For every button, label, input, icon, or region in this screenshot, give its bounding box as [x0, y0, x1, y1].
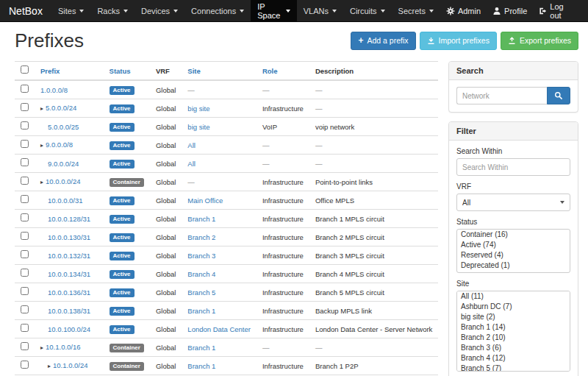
prefix-link[interactable]: 9.0.0.0/24: [48, 160, 79, 168]
site-link[interactable]: London Data Center: [187, 325, 251, 333]
row-checkbox[interactable]: [21, 140, 29, 148]
search-within-input[interactable]: [456, 158, 570, 176]
site-link[interactable]: Branch 1: [187, 307, 215, 315]
nav-item-racks[interactable]: Racks: [90, 0, 135, 21]
listbox-option[interactable]: Branch 2 (10): [457, 333, 570, 343]
listbox-option[interactable]: All (11): [457, 291, 570, 302]
export-prefixes-button[interactable]: Export prefixes: [501, 32, 578, 50]
listbox-option[interactable]: Ashburn DC (7): [457, 302, 570, 312]
status-cell: Active: [104, 246, 150, 265]
row-checkbox[interactable]: [21, 361, 29, 369]
site-link[interactable]: big site: [187, 104, 209, 113]
row-checkbox[interactable]: [21, 85, 29, 93]
site-link[interactable]: Branch 4: [187, 270, 215, 278]
row-checkbox[interactable]: [21, 232, 29, 240]
row-checkbox[interactable]: [21, 269, 29, 277]
status-cell: Active: [104, 118, 150, 136]
row-checkbox[interactable]: [21, 103, 29, 111]
listbox-option[interactable]: Branch 3 (6): [457, 343, 570, 353]
status-badge: Active: [110, 196, 135, 205]
prefix-link[interactable]: 5.0.0.0/25: [48, 123, 79, 131]
site-link[interactable]: All: [187, 160, 196, 168]
row-checkbox[interactable]: [21, 177, 29, 185]
row-checkbox[interactable]: [21, 121, 29, 130]
site-link[interactable]: All: [187, 141, 196, 149]
prefix-link[interactable]: 10.0.0.0/24: [46, 177, 81, 185]
row-checkbox[interactable]: [21, 342, 29, 350]
site-link[interactable]: Branch 1: [187, 362, 215, 370]
caret-down-icon: [429, 10, 434, 13]
status-cell: Active: [104, 210, 150, 228]
nav-item-ip-space[interactable]: IP Space: [251, 0, 296, 21]
site-link[interactable]: Branch 1: [187, 344, 215, 352]
site-filter-label: Site: [456, 280, 570, 288]
row-checkbox[interactable]: [21, 287, 29, 295]
prefix-link[interactable]: 9.0.0.0/8: [46, 141, 73, 149]
listbox-option[interactable]: Branch 4 (12): [457, 353, 570, 363]
listbox-option[interactable]: Branch 1 (14): [457, 322, 570, 333]
status-badge: Active: [110, 215, 135, 224]
vrf-cell: Global: [150, 228, 182, 246]
table-row: 10.0.0.130/31ActiveGlobalBranch 2Infrast…: [15, 228, 438, 246]
site-link[interactable]: big site: [187, 123, 209, 131]
column-header-status[interactable]: Status: [104, 62, 150, 81]
nav-item-vlans[interactable]: VLANs: [297, 0, 343, 21]
site-cell: Branch 2: [182, 228, 257, 246]
prefix-link[interactable]: 10.0.0.136/31: [48, 288, 90, 297]
nav-item-secrets[interactable]: Secrets: [392, 0, 440, 21]
site-link[interactable]: Branch 3: [187, 252, 215, 260]
prefix-link[interactable]: 10.0.0.0/31: [48, 196, 83, 205]
status-filter-listbox[interactable]: Container (16)Active (74)Reserved (4)Dep…: [456, 229, 570, 273]
search-input[interactable]: [456, 87, 547, 104]
navbar-brand[interactable]: NetBox: [7, 0, 51, 21]
prefix-link[interactable]: 10.0.0.128/31: [48, 215, 90, 223]
row-checkbox[interactable]: [21, 213, 29, 221]
prefix-link[interactable]: 1.0.0.0/8: [40, 86, 68, 94]
listbox-option[interactable]: big site (2): [457, 312, 570, 322]
table-row: 10.0.100.0/24ActiveGlobalLondon Data Cen…: [15, 320, 438, 338]
nav-item-admin[interactable]: Admin: [440, 0, 487, 21]
nav-item-sites[interactable]: Sites: [51, 0, 90, 21]
import-prefixes-button[interactable]: Import prefixes: [420, 32, 497, 50]
search-button[interactable]: [547, 87, 570, 104]
prefix-link[interactable]: 10.0.100.0/24: [48, 325, 90, 333]
listbox-option[interactable]: Container (16): [457, 230, 570, 240]
column-header-site[interactable]: Site: [182, 62, 257, 81]
select-all-checkbox[interactable]: [21, 65, 29, 74]
table-row: 10.0.0.132/31ActiveGlobalBranch 3Infrast…: [15, 246, 438, 265]
prefix-link[interactable]: 5.0.0.0/24: [46, 104, 76, 112]
site-link[interactable]: Branch 1: [187, 215, 215, 223]
vrf-cell: Global: [150, 136, 182, 155]
column-header-prefix[interactable]: Prefix: [35, 62, 104, 81]
column-header-role[interactable]: Role: [257, 62, 309, 81]
nav-item-circuits[interactable]: Circuits: [343, 0, 392, 21]
role-cell: Infrastructure: [257, 173, 309, 191]
site-link[interactable]: Main Office: [187, 196, 223, 205]
row-checkbox[interactable]: [21, 195, 29, 203]
listbox-option[interactable]: Branch 5 (7): [457, 363, 570, 372]
nav-item-devices[interactable]: Devices: [135, 0, 184, 21]
prefix-link[interactable]: 10.1.0.0/24: [53, 361, 88, 369]
nav-item-log-out[interactable]: Log out: [533, 0, 581, 21]
prefix-link[interactable]: 10.1.0.0/16: [46, 343, 81, 351]
nav-item-profile[interactable]: Profile: [487, 0, 533, 21]
row-checkbox[interactable]: [21, 305, 29, 313]
prefix-link[interactable]: 10.0.0.138/31: [48, 307, 90, 315]
vrf-select[interactable]: All: [456, 194, 570, 211]
row-checkbox[interactable]: [21, 158, 29, 166]
listbox-option[interactable]: Deprecated (1): [457, 260, 570, 271]
status-badge: Active: [110, 270, 135, 279]
site-filter-listbox[interactable]: All (11)Ashburn DC (7)big site (2)Branch…: [456, 291, 570, 372]
listbox-option[interactable]: Reserved (4): [457, 250, 570, 260]
prefix-link[interactable]: 10.0.0.132/31: [48, 252, 90, 260]
prefix-link[interactable]: 10.0.0.134/31: [48, 270, 90, 278]
site-link[interactable]: Branch 5: [187, 288, 215, 297]
row-checkbox[interactable]: [21, 324, 29, 332]
search-panel: Search: [448, 61, 578, 113]
site-link[interactable]: Branch 2: [187, 233, 215, 241]
prefix-link[interactable]: 10.0.0.130/31: [48, 233, 90, 241]
nav-item-connections[interactable]: Connections: [184, 0, 251, 21]
listbox-option[interactable]: Active (74): [457, 240, 570, 250]
row-checkbox[interactable]: [21, 250, 29, 258]
add-prefix-button[interactable]: + Add a prefix: [351, 32, 415, 50]
